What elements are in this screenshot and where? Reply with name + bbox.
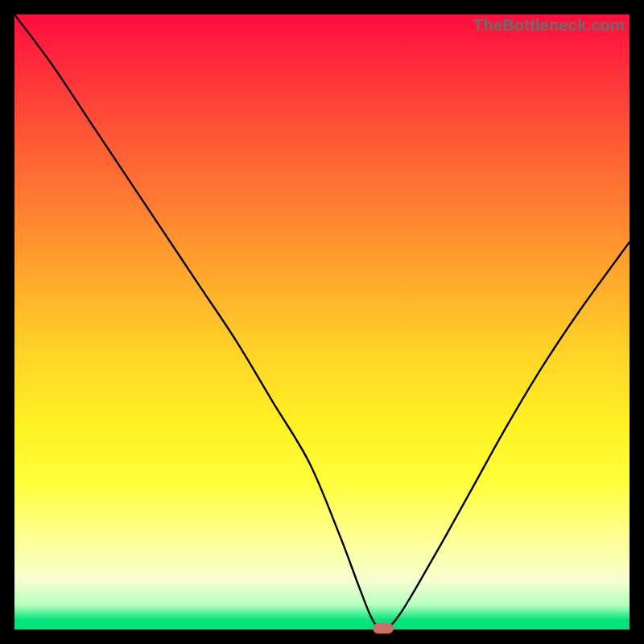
- bottleneck-curve: [14, 14, 630, 630]
- plot-area: TheBottleneck.com: [14, 14, 630, 630]
- chart-frame: TheBottleneck.com: [0, 0, 644, 644]
- min-marker: [373, 623, 394, 634]
